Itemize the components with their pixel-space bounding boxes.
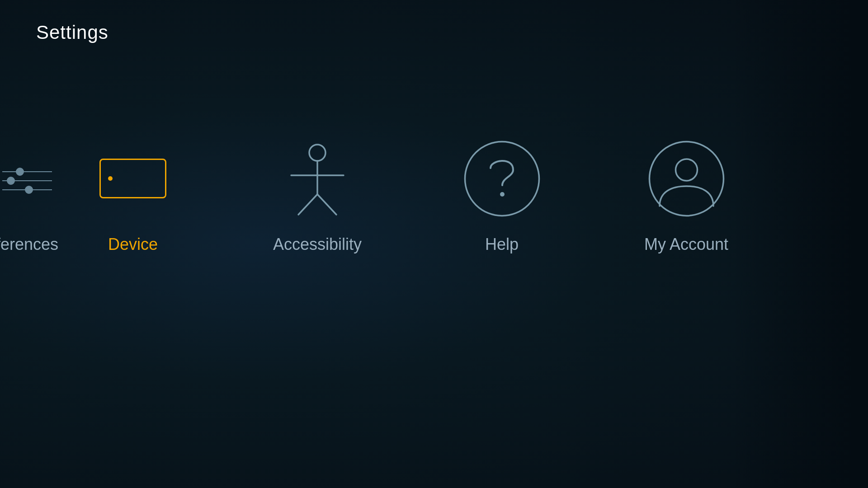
sidebar-item-help[interactable]: Help [446,136,558,254]
slider-line-2 [2,180,52,181]
slider-row-2 [2,180,52,181]
help-icon-area [459,136,545,221]
slider-row-3 [2,189,52,190]
sidebar-item-device[interactable]: Device [77,136,189,254]
accessibility-icon [281,140,354,217]
slider-line-1 [2,171,52,172]
svg-point-0 [309,145,326,161]
slider-row-1 [2,171,52,172]
device-icon [99,159,166,198]
svg-point-7 [649,141,723,216]
preferences-icon-area [0,136,54,221]
page-title: Settings [36,22,108,43]
my-account-label: My Account [644,235,728,254]
device-label: Device [108,235,158,254]
slider-knob-3 [25,186,33,194]
svg-point-5 [465,141,539,216]
my-account-icon [647,139,726,218]
settings-row: ferences Device Accessibi [0,136,868,254]
device-icon-dot [108,176,113,181]
accessibility-icon-area [274,136,360,221]
device-icon-area [90,136,176,221]
help-label: Help [485,235,519,254]
slider-line-3 [2,189,52,190]
svg-line-4 [317,194,336,215]
accessibility-label: Accessibility [273,235,362,254]
my-account-icon-area [643,136,729,221]
svg-point-8 [675,159,697,181]
slider-knob-2 [7,177,15,185]
sidebar-item-preferences[interactable]: ferences [0,136,59,254]
sliders-icon [2,167,52,190]
svg-point-6 [500,192,505,197]
svg-line-3 [298,194,317,215]
slider-knob-1 [16,168,24,176]
help-icon [462,139,542,218]
sidebar-item-accessibility[interactable]: Accessibility [261,136,373,254]
preferences-label: ferences [0,235,58,254]
sidebar-item-my-account[interactable]: My Account [630,136,742,254]
